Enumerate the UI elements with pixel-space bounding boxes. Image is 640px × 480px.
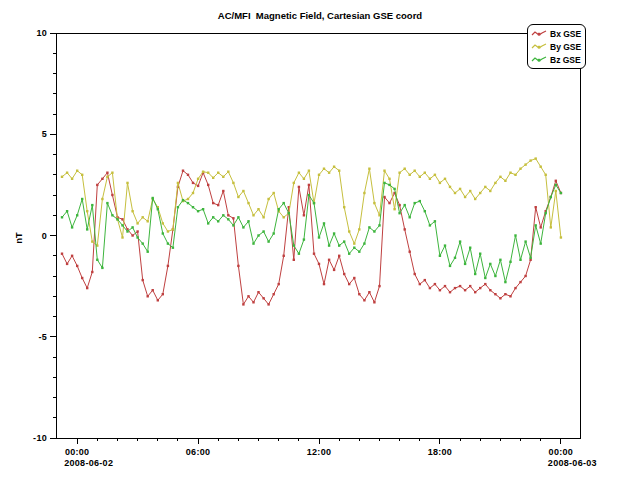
- by-line-sample-icon: [531, 42, 547, 51]
- series-marker-bz: [484, 277, 486, 279]
- series-marker-by: [252, 214, 254, 216]
- series-marker-by: [262, 216, 264, 218]
- series-marker-by: [81, 174, 83, 176]
- series-marker-by: [283, 216, 285, 218]
- series-marker-by: [293, 182, 295, 184]
- series-marker-bz: [247, 220, 249, 222]
- series-marker-by: [167, 230, 169, 232]
- series-marker-by: [106, 176, 108, 178]
- series-marker-bz: [368, 226, 370, 228]
- series-marker-by: [333, 166, 335, 168]
- series-marker-by: [303, 178, 305, 180]
- series-marker-bx: [323, 283, 325, 285]
- series-marker-bx: [388, 202, 390, 204]
- series-marker-bx: [293, 259, 295, 261]
- series-marker-bx: [348, 283, 350, 285]
- series-marker-bz: [177, 206, 179, 208]
- series-marker-by: [192, 192, 194, 194]
- series-marker-bx: [414, 273, 416, 275]
- series-marker-bx: [91, 271, 93, 273]
- series-marker-bz: [187, 202, 189, 204]
- plot-frame: [56, 33, 580, 438]
- series-marker-by: [419, 176, 421, 178]
- series-marker-bz: [388, 184, 390, 186]
- series-marker-bz: [142, 242, 144, 244]
- series-marker-by: [479, 192, 481, 194]
- series-marker-by: [232, 182, 234, 184]
- series-marker-by: [409, 174, 411, 176]
- series-marker-bz: [444, 244, 446, 246]
- series-marker-bx: [61, 253, 63, 255]
- series-marker-bz: [222, 214, 224, 216]
- series-marker-bx: [71, 255, 73, 257]
- series-marker-bx: [535, 206, 537, 208]
- series-marker-bz: [514, 234, 516, 236]
- series-marker-bx: [152, 289, 154, 291]
- series-marker-by: [449, 186, 451, 188]
- series-marker-by: [494, 182, 496, 184]
- series-marker-bx: [247, 295, 249, 297]
- series-marker-by: [242, 190, 244, 192]
- series-marker-by: [257, 208, 259, 210]
- series-marker-bx: [167, 265, 169, 267]
- legend-label-bx: Bx GSE: [550, 29, 581, 39]
- series-marker-bx: [398, 204, 400, 206]
- series-marker-by: [519, 168, 521, 170]
- series-marker-bz: [328, 244, 330, 246]
- series-marker-bx: [328, 259, 330, 261]
- page-title: AC/MFI Magnetic Field, Cartesian GSE coo…: [0, 10, 640, 21]
- series-marker-by: [136, 222, 138, 224]
- series-marker-by: [414, 170, 416, 172]
- series-marker-bz: [454, 257, 456, 259]
- series-marker-bz: [217, 220, 219, 222]
- legend: Bx GSE By GSE Bz GSE: [527, 24, 586, 69]
- series-marker-by: [464, 196, 466, 198]
- series-marker-bz: [91, 204, 93, 206]
- series-marker-by: [358, 228, 360, 230]
- series-marker-bz: [152, 197, 154, 199]
- series-marker-bz: [363, 242, 365, 244]
- series-marker-by: [469, 190, 471, 192]
- series-marker-bz: [414, 202, 416, 204]
- y-tick-label: 5: [42, 129, 47, 139]
- bx-line-sample-icon: [531, 29, 547, 38]
- series-marker-bz: [469, 247, 471, 249]
- y-tick-label: -10: [33, 433, 47, 443]
- series-marker-by: [398, 172, 400, 174]
- legend-item-by: By GSE: [531, 40, 581, 53]
- series-marker-bz: [303, 238, 305, 240]
- series-marker-bz: [439, 255, 441, 257]
- series-marker-bz: [293, 244, 295, 246]
- series-marker-bz: [298, 253, 300, 255]
- series-marker-bz: [257, 234, 259, 236]
- series-marker-bz: [378, 224, 380, 226]
- series-marker-by: [474, 198, 476, 200]
- series-marker-bz: [71, 226, 73, 228]
- x-tick-label: 00:00: [549, 447, 574, 457]
- series-marker-by: [388, 178, 390, 180]
- series-marker-bz: [167, 242, 169, 244]
- x-tick-label: 18:00: [428, 447, 453, 457]
- series-marker-bx: [147, 295, 149, 297]
- series-marker-by: [71, 178, 73, 180]
- series-marker-bx: [429, 287, 431, 289]
- series-marker-bx: [313, 253, 315, 255]
- series-marker-by: [111, 172, 113, 174]
- series-marker-bx: [343, 273, 345, 275]
- series-marker-bz: [419, 200, 421, 202]
- series-marker-bz: [76, 214, 78, 216]
- series-marker-by: [237, 196, 239, 198]
- series-marker-by: [162, 222, 164, 224]
- series-marker-by: [439, 182, 441, 184]
- series-marker-by: [177, 182, 179, 184]
- series-marker-by: [393, 208, 395, 210]
- series-marker-bx: [439, 289, 441, 291]
- chart-canvas: 1050-5-10nT00:002008-06-0206:0012:0018:0…: [0, 0, 640, 480]
- series-marker-by: [373, 202, 375, 204]
- series-marker-bz: [545, 212, 547, 214]
- series-marker-by: [328, 172, 330, 174]
- series-marker-bx: [419, 283, 421, 285]
- series-marker-bz: [197, 210, 199, 212]
- series-marker-bx: [283, 255, 285, 257]
- series-marker-bz: [449, 265, 451, 267]
